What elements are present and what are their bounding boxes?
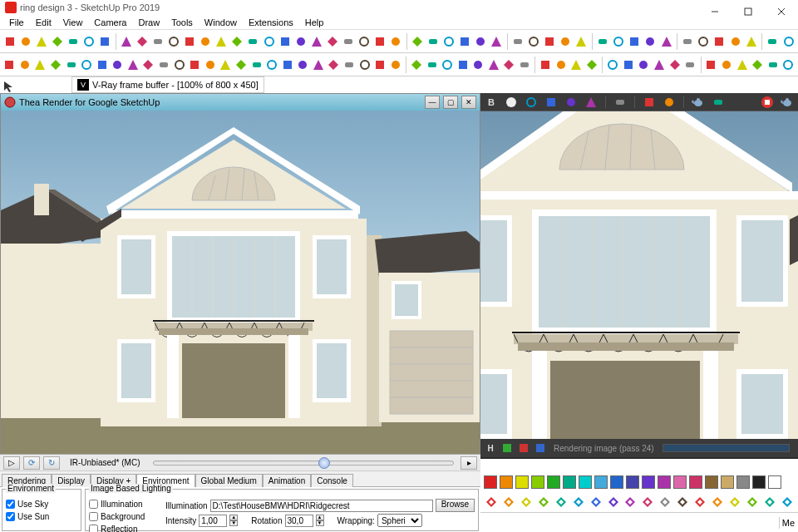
illumination-checkbox[interactable]: Illumination [89, 498, 160, 510]
help-button[interactable] [781, 32, 796, 52]
vr-c-button[interactable] [637, 55, 651, 75]
swatch-magenta[interactable] [658, 475, 671, 489]
reflection-checkbox[interactable]: Reflection [89, 523, 160, 532]
vray-fb-button[interactable] [643, 32, 658, 52]
t-b-button[interactable] [720, 55, 734, 75]
transform-btn-15[interactable] [745, 495, 760, 510]
orbit-button[interactable] [341, 32, 355, 52]
vray-circle-button[interactable] [504, 95, 519, 110]
pushpull-button[interactable] [214, 32, 229, 52]
vray-viewport[interactable] [480, 111, 798, 439]
tab-global-medium[interactable]: Global Medium [195, 474, 263, 487]
thea-maximize-button[interactable]: ▢ [443, 96, 458, 109]
dome-button[interactable] [441, 55, 455, 75]
text-button[interactable] [309, 32, 323, 52]
transform-btn-2[interactable] [519, 495, 534, 510]
maximize-button[interactable] [732, 0, 765, 23]
mat-g-button[interactable] [554, 55, 569, 75]
outliner-button[interactable] [543, 32, 557, 52]
freehand-button[interactable] [49, 55, 63, 75]
transform-btn-13[interactable] [710, 495, 725, 510]
swatch-gray[interactable] [736, 475, 750, 489]
swatch-brown[interactable] [705, 475, 718, 489]
t-e-button[interactable] [766, 55, 781, 75]
bulb-button[interactable] [697, 32, 711, 52]
sel2-button[interactable] [2, 55, 17, 75]
cut-button[interactable] [81, 32, 96, 52]
fur-button[interactable] [518, 55, 532, 75]
move2-button[interactable] [219, 55, 233, 75]
rect-button[interactable] [183, 32, 197, 52]
t-a-button[interactable] [704, 55, 718, 75]
browse-button[interactable]: Browse [436, 499, 475, 512]
teapot-button[interactable] [681, 32, 695, 52]
user-button[interactable] [511, 32, 525, 52]
tab-display[interactable]: Display [52, 474, 91, 487]
vray-stop-button[interactable] [760, 95, 775, 110]
menu-edit[interactable]: Edit [30, 17, 57, 28]
vray-clear-button[interactable] [613, 95, 628, 110]
thea-refresh-button[interactable]: ⟳ [23, 456, 40, 470]
new-button[interactable] [2, 32, 17, 52]
swatch-pink[interactable] [673, 475, 687, 489]
use-sky-checkbox[interactable]: Use Sky [6, 498, 77, 510]
transform-btn-4[interactable] [554, 495, 569, 510]
zoom-button[interactable] [373, 32, 387, 52]
thea-end-button[interactable]: ▸ [461, 456, 477, 470]
slider-knob[interactable] [318, 457, 330, 469]
tape2-button[interactable] [265, 55, 279, 75]
swatch-blue[interactable] [610, 475, 623, 489]
intensity-field[interactable] [199, 515, 227, 527]
swatch-rose[interactable] [689, 475, 702, 489]
swatch-yellow[interactable] [515, 475, 529, 489]
circle-button[interactable] [199, 32, 213, 52]
vray-status-pause-button[interactable] [500, 441, 514, 455]
swatch-cyan[interactable] [579, 475, 592, 489]
mat-y-button[interactable] [585, 55, 599, 75]
menu-file[interactable]: File [3, 17, 30, 28]
menu-extensions[interactable]: Extensions [243, 17, 299, 28]
walk-button[interactable] [357, 55, 372, 75]
wrapping-select[interactable]: Spheri [377, 514, 422, 527]
line2-button[interactable] [33, 55, 47, 75]
scale2-button[interactable] [249, 55, 264, 75]
menu-draw[interactable]: Draw [132, 17, 165, 28]
use-sun-checkbox[interactable]: Use Sun [6, 510, 77, 523]
swatch-orange[interactable] [500, 475, 513, 489]
t-d-button[interactable] [751, 55, 765, 75]
thea-viewport[interactable] [1, 111, 480, 460]
pan-button[interactable] [357, 32, 371, 52]
vray-channel-button[interactable]: B [484, 95, 499, 110]
illum-path-field[interactable] [210, 500, 433, 512]
light-button[interactable] [425, 55, 439, 75]
transform-btn-1[interactable] [501, 495, 516, 510]
tape-button[interactable] [293, 32, 308, 52]
circ2-button[interactable] [95, 55, 109, 75]
swatch-sky[interactable] [594, 475, 608, 489]
dim-button[interactable] [312, 55, 326, 75]
front-button[interactable] [442, 32, 456, 52]
pie-button[interactable] [157, 55, 171, 75]
menu-view[interactable]: View [57, 17, 89, 28]
sphere-button[interactable] [456, 55, 470, 75]
transform-btn-5[interactable] [571, 495, 586, 510]
transform-btn-3[interactable] [536, 495, 551, 510]
vr-d-button[interactable] [653, 55, 667, 75]
3dw-button[interactable] [574, 32, 589, 52]
top-button[interactable] [426, 32, 440, 52]
menu-window[interactable]: Window [199, 17, 243, 28]
close-button[interactable] [765, 0, 798, 23]
transform-btn-14[interactable] [727, 495, 742, 510]
ring-button[interactable] [744, 32, 758, 52]
vray-region-button[interactable] [662, 95, 677, 110]
menu-camera[interactable]: Camera [88, 17, 132, 28]
offset-button[interactable] [278, 32, 292, 52]
rotation-spinner[interactable]: ▲▼ [316, 515, 324, 526]
mat-r-button[interactable] [539, 55, 553, 75]
swatch-indigo[interactable] [626, 475, 639, 489]
follow-button[interactable] [188, 55, 202, 75]
offset2-button[interactable] [204, 55, 218, 75]
thea-sync-button[interactable]: ↻ [43, 456, 60, 470]
undo-button[interactable] [50, 32, 64, 52]
ies-button[interactable] [471, 55, 485, 75]
